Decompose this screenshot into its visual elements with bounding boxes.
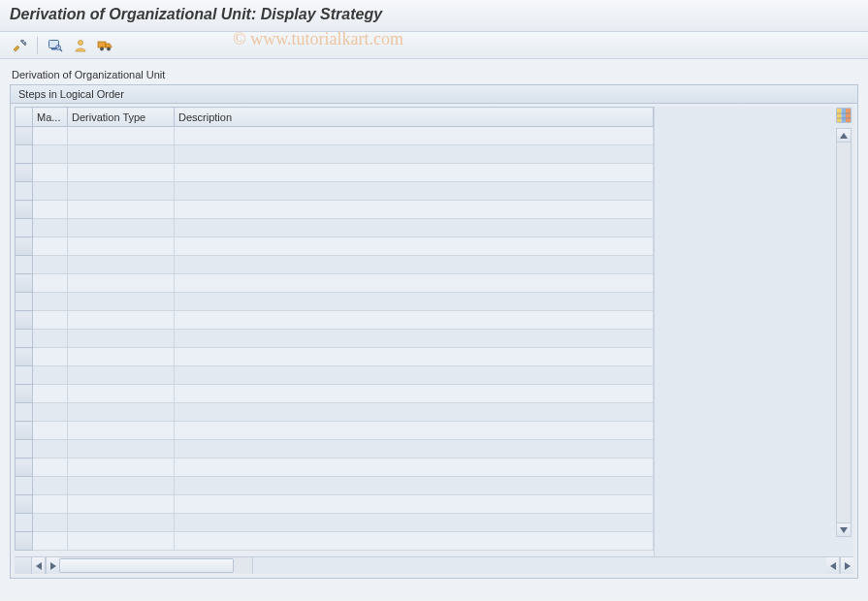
cell-derivation-type[interactable] (68, 237, 175, 256)
cell-derivation-type[interactable] (68, 201, 175, 219)
cell-derivation-type[interactable] (68, 274, 175, 293)
scroll-up-button[interactable] (837, 129, 851, 142)
row-selector[interactable] (16, 403, 33, 422)
cell-maintain[interactable] (33, 385, 68, 403)
row-selector[interactable] (16, 532, 33, 551)
cell-maintain[interactable] (33, 201, 68, 219)
row-selector[interactable] (16, 219, 33, 237)
scroll-left-button[interactable] (32, 557, 46, 574)
row-selector[interactable] (16, 514, 33, 532)
cell-derivation-type[interactable] (68, 385, 175, 403)
hscroll-thumb[interactable] (59, 558, 234, 573)
row-selector[interactable] (16, 182, 33, 201)
cell-maintain[interactable] (33, 274, 68, 293)
cell-description[interactable] (175, 495, 654, 514)
cell-maintain[interactable] (33, 237, 68, 256)
row-selector[interactable] (16, 440, 33, 459)
cell-derivation-type[interactable] (68, 366, 175, 385)
cell-maintain[interactable] (33, 145, 68, 164)
cell-maintain[interactable] (33, 182, 68, 201)
cell-description[interactable] (175, 311, 654, 330)
cell-derivation-type[interactable] (68, 219, 175, 237)
cell-derivation-type[interactable] (68, 477, 175, 495)
cell-description[interactable] (175, 330, 654, 348)
vscroll-track[interactable] (837, 142, 851, 522)
row-selector[interactable] (16, 293, 33, 311)
scroll-right-button-2[interactable] (840, 557, 853, 574)
cell-description[interactable] (175, 514, 654, 532)
row-selector[interactable] (16, 385, 33, 403)
row-selector[interactable] (16, 422, 33, 440)
row-selector[interactable] (16, 477, 33, 495)
cell-maintain[interactable] (33, 459, 68, 477)
row-selector[interactable] (16, 348, 33, 366)
cell-maintain[interactable] (33, 127, 68, 145)
cell-description[interactable] (175, 366, 654, 385)
cell-description[interactable] (175, 403, 654, 422)
display-change-button[interactable] (8, 35, 31, 56)
row-selector[interactable] (16, 164, 33, 182)
cell-description[interactable] (175, 348, 654, 366)
col-header-maintain[interactable]: Ma... (33, 108, 68, 127)
row-selector[interactable] (16, 201, 33, 219)
row-selector[interactable] (16, 237, 33, 256)
cell-description[interactable] (175, 532, 654, 551)
col-header-description[interactable]: Description (175, 108, 654, 127)
cell-description[interactable] (175, 219, 654, 237)
cell-maintain[interactable] (33, 403, 68, 422)
cell-derivation-type[interactable] (68, 422, 175, 440)
cell-derivation-type[interactable] (68, 127, 175, 145)
cell-derivation-type[interactable] (68, 514, 175, 532)
cell-description[interactable] (175, 422, 654, 440)
row-selector[interactable] (16, 495, 33, 514)
row-selector[interactable] (16, 274, 33, 293)
cell-description[interactable] (175, 237, 654, 256)
customizing-button[interactable] (69, 35, 92, 56)
cell-maintain[interactable] (33, 219, 68, 237)
cell-description[interactable] (175, 164, 654, 182)
cell-description[interactable] (175, 182, 654, 201)
cell-derivation-type[interactable] (68, 164, 175, 182)
cell-derivation-type[interactable] (68, 348, 175, 366)
scroll-right-button[interactable] (46, 557, 59, 574)
cell-maintain[interactable] (33, 330, 68, 348)
cell-derivation-type[interactable] (68, 145, 175, 164)
row-selector[interactable] (16, 127, 33, 145)
cell-description[interactable] (175, 440, 654, 459)
cell-derivation-type[interactable] (68, 459, 175, 477)
cell-maintain[interactable] (33, 514, 68, 532)
cell-description[interactable] (175, 385, 654, 403)
cell-description[interactable] (175, 256, 654, 274)
vertical-scrollbar[interactable] (836, 128, 852, 537)
cell-maintain[interactable] (33, 256, 68, 274)
cell-description[interactable] (175, 459, 654, 477)
scroll-left-button-2[interactable] (826, 557, 840, 574)
cell-description[interactable] (175, 127, 654, 145)
cell-derivation-type[interactable] (68, 440, 175, 459)
row-selector[interactable] (16, 366, 33, 385)
cell-maintain[interactable] (33, 495, 68, 514)
table-settings-button[interactable] (836, 108, 852, 123)
cell-derivation-type[interactable] (68, 532, 175, 551)
row-selector[interactable] (16, 311, 33, 330)
cell-maintain[interactable] (33, 440, 68, 459)
row-selector[interactable] (16, 145, 33, 164)
cell-maintain[interactable] (33, 164, 68, 182)
cell-derivation-type[interactable] (68, 403, 175, 422)
cell-maintain[interactable] (33, 348, 68, 366)
scroll-down-button[interactable] (837, 522, 851, 536)
cell-derivation-type[interactable] (68, 330, 175, 348)
cell-maintain[interactable] (33, 422, 68, 440)
cell-maintain[interactable] (33, 366, 68, 385)
col-header-selector[interactable] (16, 108, 33, 127)
cell-description[interactable] (175, 274, 654, 293)
hscroll-track[interactable] (59, 557, 253, 574)
cell-derivation-type[interactable] (68, 495, 175, 514)
cell-maintain[interactable] (33, 532, 68, 551)
cell-description[interactable] (175, 201, 654, 219)
col-header-derivation-type[interactable]: Derivation Type (68, 108, 175, 127)
cell-description[interactable] (175, 293, 654, 311)
row-selector[interactable] (16, 256, 33, 274)
row-selector[interactable] (16, 330, 33, 348)
overview-button[interactable] (44, 35, 67, 56)
